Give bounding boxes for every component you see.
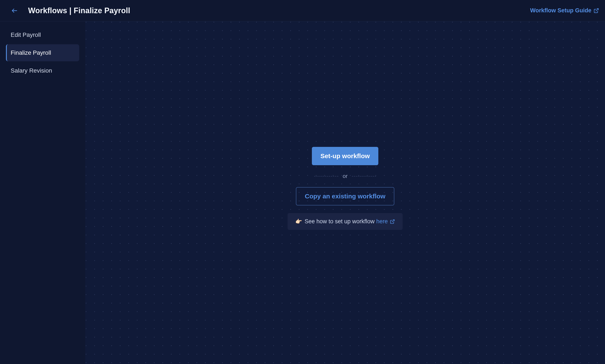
divider-line <box>314 176 338 176</box>
sidebar: Edit Payroll Finalize Payroll Salary Rev… <box>0 21 85 364</box>
sidebar-item-label: Edit Payroll <box>11 31 41 38</box>
divider-line <box>352 176 376 176</box>
divider-text: or <box>343 173 348 180</box>
hint-here-link[interactable]: here <box>376 218 395 225</box>
pointing-hand-icon: 👉🏻 <box>295 218 302 225</box>
external-link-icon <box>390 219 395 224</box>
guide-link-label: Workflow Setup Guide <box>530 7 591 14</box>
sidebar-item-finalize-payroll[interactable]: Finalize Payroll <box>6 44 79 61</box>
sidebar-item-salary-revision[interactable]: Salary Revision <box>6 62 79 79</box>
setup-hint: 👉🏻 See how to set up workflow here <box>288 213 403 230</box>
hint-text: See how to set up workflow <box>305 218 375 225</box>
svg-line-2 <box>392 220 394 222</box>
sidebar-item-label: Finalize Payroll <box>11 49 51 56</box>
page-header: Workflows | Finalize Payroll Workflow Se… <box>0 0 605 21</box>
setup-workflow-button[interactable]: Set-up workflow <box>312 147 378 165</box>
page-title: Workflows | Finalize Payroll <box>28 6 130 15</box>
sidebar-item-edit-payroll[interactable]: Edit Payroll <box>6 26 79 43</box>
copy-existing-workflow-button[interactable]: Copy an existing workflow <box>296 187 394 205</box>
or-divider: or <box>314 173 376 180</box>
empty-state: Set-up workflow or Copy an existing work… <box>288 147 403 230</box>
workflow-setup-guide-link[interactable]: Workflow Setup Guide <box>530 7 599 14</box>
external-link-icon <box>593 8 599 13</box>
header-left: Workflows | Finalize Payroll <box>10 6 130 15</box>
sidebar-item-label: Salary Revision <box>11 67 52 74</box>
svg-line-1 <box>596 9 598 11</box>
hint-link-label: here <box>376 218 388 225</box>
arrow-left-icon <box>11 7 18 14</box>
back-button[interactable] <box>10 6 19 15</box>
workflow-canvas: Set-up workflow or Copy an existing work… <box>85 21 605 364</box>
